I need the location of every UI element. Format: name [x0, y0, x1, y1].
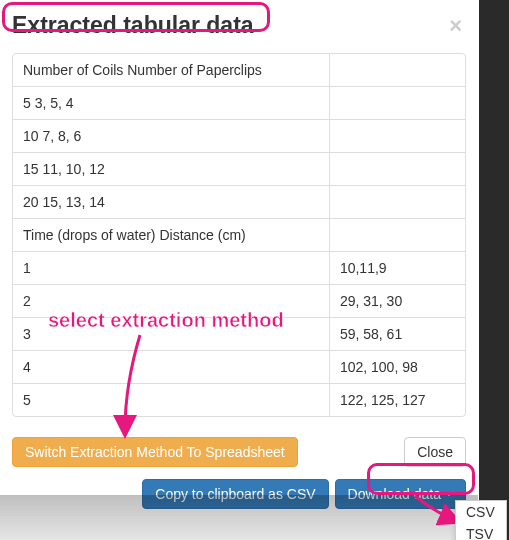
menu-item-tsv[interactable]: TSV [456, 523, 506, 540]
table-row: 5 3, 5, 4 [13, 87, 465, 120]
table-row: 15 11, 10, 12 [13, 153, 465, 186]
table-cell [329, 219, 465, 252]
table-cell: 102, 100, 98 [329, 351, 465, 384]
download-format-menu: CSV TSV [455, 500, 507, 540]
table-cell: 122, 125, 127 [329, 384, 465, 417]
table-row: 4102, 100, 98 [13, 351, 465, 384]
table-cell [329, 153, 465, 186]
table-row: 20 15, 13, 14 [13, 186, 465, 219]
modal-shadow [0, 495, 478, 540]
menu-item-csv[interactable]: CSV [456, 501, 506, 523]
table-cell: 4 [13, 351, 329, 384]
close-icon[interactable]: × [445, 15, 466, 37]
table-row: 10 7, 8, 6 [13, 120, 465, 153]
table-row: 5122, 125, 127 [13, 384, 465, 417]
table-row: Time (drops of water) Distance (cm) [13, 219, 465, 252]
table-cell: 5 3, 5, 4 [13, 87, 329, 120]
table-cell: 59, 58, 61 [329, 318, 465, 351]
data-table-container: Number of Coils Number of Paperclips5 3,… [12, 53, 466, 417]
table-cell [329, 120, 465, 153]
extracted-data-modal: Extracted tabular data × Number of Coils… [0, 0, 478, 527]
modal-header: Extracted tabular data × [12, 12, 466, 49]
table-cell [329, 186, 465, 219]
table-cell: 10,11,9 [329, 252, 465, 285]
background-panel [479, 0, 509, 540]
annotation-label: select extraction method [48, 309, 284, 332]
table-cell: Time (drops of water) Distance (cm) [13, 219, 329, 252]
table-cell [329, 87, 465, 120]
switch-extraction-button[interactable]: Switch Extraction Method To Spreadsheet [12, 437, 298, 467]
table-cell: 1 [13, 252, 329, 285]
table-cell: 5 [13, 384, 329, 417]
table-cell: 20 15, 13, 14 [13, 186, 329, 219]
close-button[interactable]: Close [404, 437, 466, 467]
table-row: Number of Coils Number of Paperclips [13, 54, 465, 87]
modal-title: Extracted tabular data [12, 12, 254, 39]
table-cell [329, 54, 465, 87]
table-cell: 15 11, 10, 12 [13, 153, 329, 186]
table-cell: 29, 31, 30 [329, 285, 465, 318]
table-cell: 10 7, 8, 6 [13, 120, 329, 153]
table-cell: Number of Coils Number of Paperclips [13, 54, 329, 87]
data-table: Number of Coils Number of Paperclips5 3,… [13, 54, 465, 416]
table-row: 110,11,9 [13, 252, 465, 285]
